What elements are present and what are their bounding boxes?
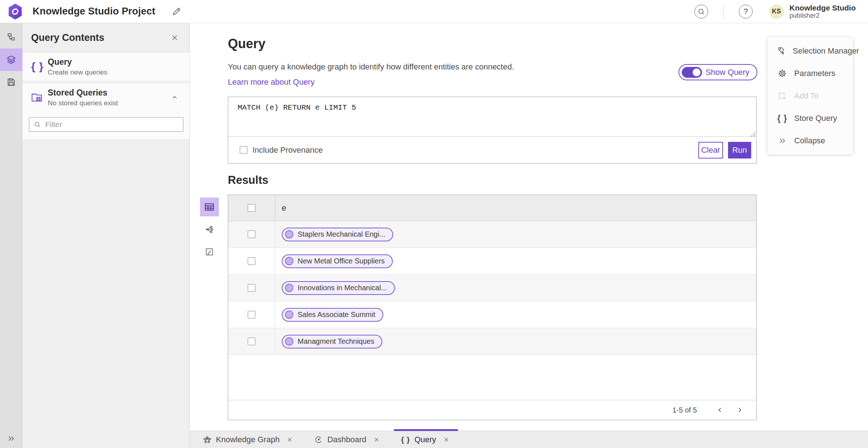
run-button[interactable]: Run (728, 142, 751, 159)
clear-button[interactable]: Clear (698, 142, 723, 159)
entity-pill[interactable]: Managment Techniques (282, 335, 382, 348)
braces-icon: { } (31, 60, 48, 73)
double-chevron-right-icon (7, 435, 15, 443)
tool-parameters[interactable]: Parameters (767, 62, 853, 85)
filter-field (29, 117, 183, 132)
tool-store-query[interactable]: { } Store Query (767, 107, 853, 130)
stored-queries-folder-icon (31, 92, 43, 103)
resize-handle[interactable] (750, 132, 756, 137)
entity-pill[interactable]: New Metal Office Suppliers (282, 254, 393, 268)
panel-close-button[interactable] (169, 31, 181, 44)
app-logo[interactable] (8, 3, 22, 20)
tool-collapse[interactable]: Collapse (767, 130, 853, 152)
selection-manager-icon (777, 46, 786, 56)
tab-label: Query (414, 435, 436, 444)
header-divider (723, 4, 724, 20)
item-title: Query (48, 57, 107, 67)
learn-more-link[interactable]: Learn more about Query (228, 77, 315, 87)
toggle-knob (692, 68, 701, 77)
entity-label: Staplers Mechanical Engi... (298, 230, 385, 238)
entity-dot-icon (285, 284, 293, 292)
row-checkbox[interactable] (248, 231, 255, 238)
user-name: Knowledge Studio (790, 4, 856, 12)
query-heading: Query (228, 36, 265, 51)
entity-dot-icon (285, 337, 293, 346)
row-checkbox[interactable] (248, 338, 255, 345)
rail-item-contents[interactable] (0, 48, 22, 71)
filter-input[interactable] (44, 120, 179, 129)
search-icon (697, 8, 705, 16)
tool-label: Parameters (794, 69, 835, 78)
add-to-icon (778, 91, 787, 101)
pagination-prev-button[interactable] (712, 402, 728, 418)
results-view-switcher (200, 198, 219, 261)
main-area: Query You can query a knowledge graph to… (190, 23, 868, 448)
table-row: Sales Associate Summit (228, 301, 756, 328)
map-icon (205, 247, 214, 257)
entity-pill[interactable]: Innovations in Mechanical... (282, 281, 395, 295)
entity-dot-icon (285, 230, 293, 238)
item-title: Stored Queries (48, 88, 118, 98)
row-checkbox[interactable] (248, 284, 255, 292)
rail-item-data-model[interactable] (0, 26, 22, 48)
tool-add-to[interactable]: Add To (767, 85, 853, 107)
tool-label: Add To (794, 91, 819, 101)
pagination-label: 1-5 of 5 (672, 406, 697, 414)
entity-pill[interactable]: Sales Associate Summit (282, 308, 383, 322)
tab-label: Dashboard (327, 435, 366, 444)
tab-query[interactable]: { } Query (394, 431, 458, 448)
search-button[interactable] (694, 5, 708, 18)
select-all-checkbox[interactable] (248, 204, 255, 212)
query-editor: MATCH (e) RETURN e LIMIT 5 Include Prove… (228, 97, 757, 164)
pagination-next-button[interactable] (732, 402, 748, 418)
table-row: New Metal Office Suppliers (228, 248, 756, 275)
tab-close-button[interactable] (285, 435, 294, 444)
data-model-icon (7, 33, 16, 42)
tab-label: Knowledge Graph (216, 435, 280, 444)
tab-dashboard[interactable]: Dashboard (307, 431, 388, 448)
row-checkbox[interactable] (248, 257, 255, 265)
collapse-section-button[interactable] (169, 91, 181, 103)
contents-item-stored-queries[interactable]: Stored Queries No stored queries exist (22, 83, 190, 111)
chevron-right-icon (737, 407, 743, 413)
chevron-left-icon (717, 407, 723, 413)
rail-expand-button[interactable] (0, 429, 22, 448)
rail-item-save[interactable] (0, 71, 22, 93)
entity-dot-icon (285, 257, 293, 265)
include-provenance-checkbox[interactable] (240, 146, 247, 154)
avatar-initials: KS (772, 8, 781, 15)
row-checkbox[interactable] (248, 311, 255, 318)
entity-label: Managment Techniques (298, 337, 374, 346)
panel-header: Query Contents (22, 23, 190, 52)
help-icon: ? (744, 7, 748, 16)
table-row: Staplers Mechanical Engi... (228, 221, 756, 248)
user-menu[interactable]: Knowledge Studio publisher2 (790, 4, 856, 20)
tool-selection-manager[interactable]: Selection Manager (767, 40, 853, 62)
item-subtitle: No stored queries exist (48, 99, 118, 107)
edit-title-button[interactable] (170, 5, 183, 18)
gear-icon (778, 69, 787, 78)
braces-icon: { } (401, 435, 410, 444)
app-header: Knowledge Studio Project ? KS Knowledge … (0, 0, 868, 23)
query-textarea[interactable]: MATCH (e) RETURN e LIMIT 5 (228, 97, 756, 137)
results-table: e Staplers Mechanical Engi... New Metal … (228, 195, 757, 420)
tab-knowledge-graph[interactable]: Knowledge Graph (196, 431, 301, 448)
save-icon (7, 77, 16, 87)
map-view-button[interactable] (200, 242, 219, 261)
query-description: You can query a knowledge graph to ident… (228, 62, 514, 72)
link-chart-view-button[interactable] (200, 220, 219, 239)
help-button[interactable]: ? (739, 5, 753, 18)
show-query-toggle[interactable]: Show Query (678, 64, 757, 80)
avatar[interactable]: KS (769, 4, 784, 19)
pencil-icon (172, 7, 181, 16)
knowledge-graph-icon (203, 435, 212, 444)
tab-close-button[interactable] (442, 435, 451, 444)
table-view-button[interactable] (200, 198, 219, 216)
entity-label: Sales Associate Summit (298, 310, 375, 319)
close-icon (443, 437, 449, 443)
contents-item-query[interactable]: { } Query Create new queries (22, 52, 190, 81)
tab-close-button[interactable] (372, 435, 381, 444)
entity-pill[interactable]: Staplers Mechanical Engi... (282, 228, 393, 241)
tool-label: Store Query (794, 114, 837, 123)
page-title: Knowledge Studio Project (33, 6, 155, 17)
